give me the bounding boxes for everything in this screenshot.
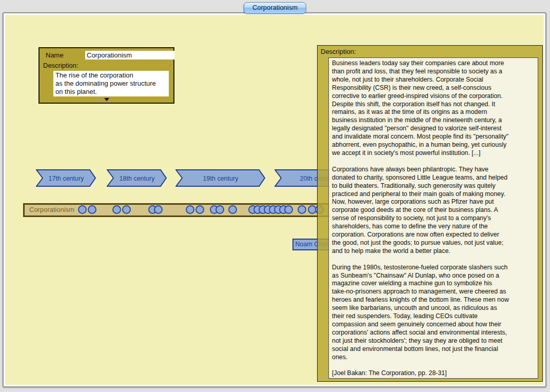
collapse-arrow-icon[interactable] [104,98,109,101]
description-input[interactable]: The rise of the corporation as the domin… [53,71,169,96]
event-marker[interactable] [88,205,96,214]
svg-text:17th century: 17th century [49,175,85,182]
timeline-bar-label: Corporationism [29,206,74,213]
event-marker[interactable] [298,205,306,214]
century-arrow-18th-century[interactable]: 18th century [107,169,167,187]
description-label: Description: [43,62,78,69]
svg-text:18th century: 18th century [120,175,155,182]
svg-text:19th century: 19th century [203,175,239,182]
event-marker[interactable] [122,205,131,214]
name-input[interactable] [85,51,174,60]
century-arrow-17th-century[interactable]: 17th century [36,169,96,187]
name-label: Name [46,51,64,59]
timeline-canvas[interactable]: Name Description: The rise of the corpor… [5,15,544,385]
event-marker[interactable] [195,205,204,214]
event-marker[interactable] [228,205,237,214]
event-marker[interactable] [78,205,87,214]
description-panel: Description: Business leaders today say … [317,45,543,382]
tab-corporationism[interactable]: Corporationism [244,2,306,14]
panel-title: Description: [321,48,356,55]
concept-editor-box: Name Description: The rise of the corpor… [38,47,174,104]
event-marker[interactable] [215,205,224,214]
event-marker[interactable] [112,205,121,214]
event-marker[interactable] [154,205,163,214]
panel-description-text[interactable]: Business leaders today say their compani… [328,57,538,379]
century-arrow-19th-century[interactable]: 19th century [175,169,266,187]
app-window: Name Description: The rise of the corpor… [3,12,546,387]
event-marker[interactable] [186,205,194,214]
event-marker[interactable] [284,205,293,214]
